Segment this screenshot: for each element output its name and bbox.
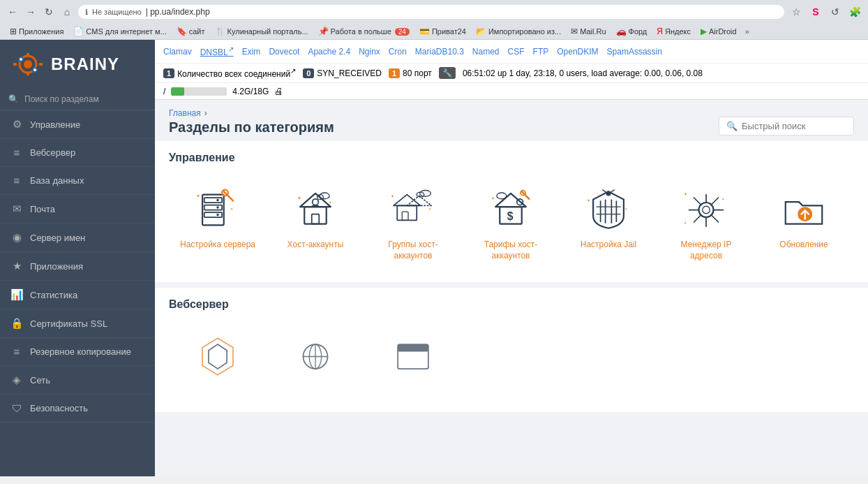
bookmark-star-button[interactable]: ☆ — [788, 4, 804, 20]
cron-link[interactable]: Cron — [389, 47, 407, 57]
server-settings-item[interactable]: ✦ ✦ Настройка сервера — [169, 175, 267, 272]
ftp-link[interactable]: FTP — [533, 47, 549, 57]
more-bookmarks-button[interactable]: » — [745, 27, 749, 36]
svg-rect-11 — [204, 198, 222, 203]
sidebar-item-ssl[interactable]: 🔒 Сертификаты SSL — [0, 309, 155, 338]
bookmark-label: Mail.Ru — [580, 27, 606, 36]
privat-icon: 💳 — [419, 27, 430, 36]
svg-line-64 — [694, 214, 702, 222]
svg-point-57 — [703, 206, 710, 214]
apache-link[interactable]: Apache 2.4 — [308, 47, 350, 57]
webserver-item-2[interactable] — [267, 321, 364, 391]
bookmark-label: сайт — [189, 27, 205, 36]
uptime-display: 06:51:02 up 1 day, 23:18, 0 users, load … — [463, 68, 703, 78]
syn-label: SYN_RECEIVED — [317, 68, 382, 78]
wrench-button[interactable]: 🔧 — [439, 67, 456, 79]
host-groups-item[interactable]: ✦ ✦ Группы хост-аккаунтов — [364, 175, 462, 272]
bookmark-label: Работа в польше — [331, 27, 391, 36]
bookmark-privat[interactable]: 💳 Приват24 — [415, 25, 470, 38]
browser-chrome: ← → ↻ ⌂ ℹ Не защищено | pp.ua/index.php … — [0, 0, 868, 40]
cast-button[interactable]: ↺ — [828, 4, 843, 20]
svg-rect-4 — [13, 63, 17, 66]
spamassassin-link[interactable]: SpamAssassin — [607, 47, 662, 57]
sidebar-item-backup[interactable]: ≡ Резервное копирование — [0, 338, 155, 366]
bookmark-yandex[interactable]: Я Яндекс — [652, 25, 695, 38]
exim-link[interactable]: Exim — [242, 47, 261, 57]
bookmark-cooking[interactable]: 🍴 Кулинарный порталь... — [211, 25, 313, 38]
sidebar-item-label: Почта — [30, 204, 55, 214]
bookmark-cms[interactable]: 📄 CMS для интернет м... — [69, 25, 170, 38]
bookmark-label: Приват24 — [432, 27, 466, 36]
apps-sidebar-icon: ★ — [10, 260, 23, 272]
sidebar-item-webserver[interactable]: ≡ Вебсервер — [0, 139, 155, 167]
mariadb-link[interactable]: MariaDB10.3 — [415, 47, 464, 57]
sidebar-item-management[interactable]: ⚙ Управление — [0, 110, 155, 139]
airdroid-icon: ▶ — [701, 27, 707, 36]
browser-actions: ☆ S ↺ 🧩 — [788, 4, 862, 20]
sidebar-item-network[interactable]: ◈ Сеть — [0, 366, 155, 395]
ip-manager-label: Менеджер IP адресов — [664, 240, 748, 261]
ip-manager-item[interactable]: ✦ ✦ ✦ Менеджер IP адресов — [657, 175, 755, 272]
webserver-grid — [169, 321, 854, 391]
opendkim-link[interactable]: OpenDKIM — [557, 47, 598, 57]
svg-point-44 — [497, 193, 507, 199]
sidebar-search[interactable]: 🔍 Поиск по разделам — [0, 89, 155, 110]
svg-marker-72 — [209, 344, 227, 369]
browser-nav-bar: ← → ↻ ⌂ ℹ Не защищено | pp.ua/index.php … — [0, 0, 868, 24]
mail-icon: ✉ — [10, 203, 23, 215]
back-button[interactable]: ← — [6, 5, 20, 19]
named-link[interactable]: Named — [472, 47, 500, 57]
svg-rect-31 — [402, 212, 408, 220]
svg-text:✦: ✦ — [297, 195, 301, 200]
sidebar-item-stats[interactable]: 📊 Статистика — [0, 281, 155, 309]
host-accounts-item[interactable]: ✦ ✦ Хост-аккаунты — [267, 175, 364, 272]
svg-line-55 — [611, 189, 615, 192]
bookmark-mailru[interactable]: ✉ Mail.Ru — [567, 25, 610, 38]
nginx-link[interactable]: Nginx — [359, 47, 380, 57]
disk-icon[interactable]: 🖨 — [274, 86, 283, 96]
dnsbl-link[interactable]: DNSBL↗ — [200, 45, 234, 57]
svg-text:✦: ✦ — [428, 206, 431, 210]
clamav-link[interactable]: Clamav — [163, 47, 192, 57]
webserver-item-3[interactable] — [364, 321, 462, 391]
host-groups-label: Группы хост-аккаунтов — [371, 240, 455, 261]
bookmark-label: Импортировано из... — [488, 27, 561, 36]
bookmark-label: Яндекс — [665, 27, 691, 36]
breadcrumb-home[interactable]: Главная — [169, 108, 201, 118]
sidebar-item-database[interactable]: ≡ База данных — [0, 167, 155, 195]
webserver-icon-3 — [389, 334, 437, 379]
quick-search-box[interactable]: 🔍 — [719, 117, 854, 135]
webserver-item-1[interactable] — [169, 321, 267, 391]
sidebar-item-nameserver[interactable]: ◉ Сервер имен — [0, 223, 155, 252]
bookmark-airdroid[interactable]: ▶ AirDroid — [696, 25, 741, 38]
bookmark-site[interactable]: 🔖 сайт — [172, 25, 209, 38]
forward-button[interactable]: → — [24, 5, 38, 19]
jail-item[interactable]: ✦ ✦ Настройка Jail — [560, 175, 657, 272]
quick-search-input[interactable] — [742, 121, 846, 131]
refresh-button[interactable]: ↻ — [42, 5, 56, 19]
tariffs-item[interactable]: $ ✦ — [462, 175, 560, 272]
bookmarks-bar: ⊞ Приложения 📄 CMS для интернет м... 🔖 с… — [0, 24, 868, 40]
bookmark-apps[interactable]: ⊞ Приложения — [6, 25, 68, 38]
bookmark-work[interactable]: 📌 Работа в польше 24 — [314, 25, 414, 38]
sidebar-item-label: Сервер имен — [30, 233, 85, 243]
bookmark-imported[interactable]: 📂 Импортировано из... — [472, 25, 565, 38]
update-item[interactable]: Обновление — [755, 175, 853, 272]
sidebar-item-label: Приложения — [30, 261, 83, 272]
sber-browser-button[interactable]: S — [808, 4, 823, 20]
sidebar-item-security[interactable]: 🛡 Безопасность — [0, 395, 155, 423]
dovecot-link[interactable]: Dovecot — [269, 47, 299, 57]
bookmark-ford[interactable]: 🚗 Форд — [612, 25, 652, 38]
bookmark-label: Приложения — [19, 27, 63, 36]
sidebar-item-apps[interactable]: ★ Приложения — [0, 252, 155, 281]
svg-point-24 — [313, 198, 319, 205]
home-button[interactable]: ⌂ — [60, 5, 74, 19]
csf-link[interactable]: CSF — [508, 47, 525, 57]
port-count: 1 — [389, 68, 400, 78]
server-settings-icon: ✦ ✦ — [193, 187, 242, 233]
svg-line-63 — [711, 198, 719, 205]
sidebar-item-mail[interactable]: ✉ Почта — [0, 195, 155, 223]
address-bar[interactable]: ℹ Не защищено | pp.ua/index.php — [78, 5, 784, 19]
update-label: Обновление — [779, 240, 828, 251]
extensions-button[interactable]: 🧩 — [847, 4, 862, 20]
